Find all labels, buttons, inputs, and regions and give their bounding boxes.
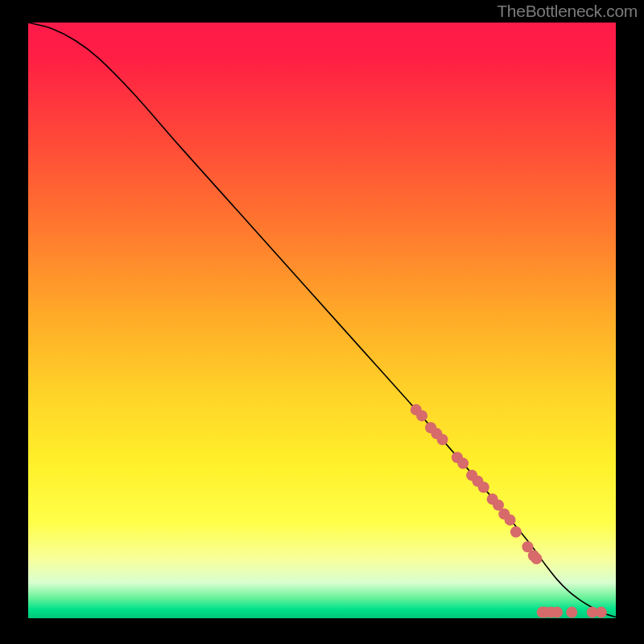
data-point <box>551 607 563 618</box>
attribution-label: TheBottleneck.com <box>497 2 638 21</box>
data-point <box>530 553 542 564</box>
gradient-background <box>28 23 616 618</box>
chart-canvas <box>28 23 616 618</box>
data-point <box>510 526 522 538</box>
plot-area <box>28 23 616 618</box>
data-point <box>505 514 516 526</box>
data-point <box>478 481 489 493</box>
data-point <box>596 607 607 618</box>
data-point <box>566 607 577 618</box>
data-point <box>437 434 448 445</box>
chart-frame: TheBottleneck.com <box>0 0 644 644</box>
data-point <box>416 410 427 421</box>
data-point <box>457 458 469 469</box>
